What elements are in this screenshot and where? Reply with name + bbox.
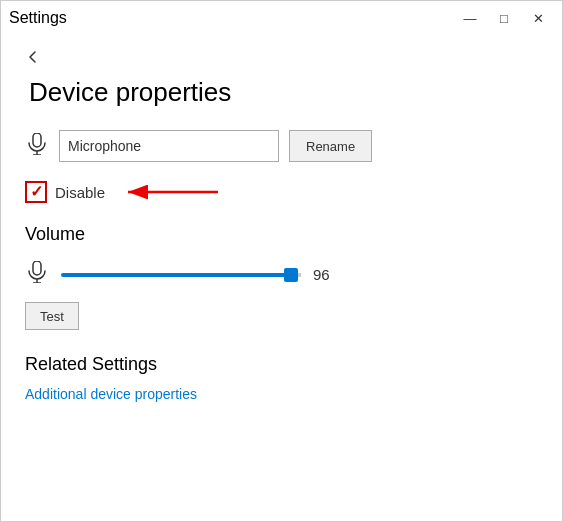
volume-row: 96 [25, 261, 538, 288]
related-settings-title: Related Settings [25, 354, 538, 375]
checkbox-check-icon: ✓ [30, 184, 43, 200]
volume-section: Volume 96 Test [25, 224, 538, 354]
additional-device-properties-link[interactable]: Additional device properties [25, 386, 197, 402]
page-title: Device properties [29, 77, 538, 108]
svg-rect-5 [33, 261, 41, 275]
back-icon [25, 49, 41, 65]
content-area: Device properties Rename ✓ Disable [1, 33, 562, 521]
volume-value: 96 [313, 266, 341, 283]
rename-button[interactable]: Rename [289, 130, 372, 162]
disable-checkbox[interactable]: ✓ [25, 181, 47, 203]
name-row: Rename [25, 130, 538, 162]
microphone-icon [25, 133, 49, 160]
title-bar-controls: — □ ✕ [454, 5, 554, 31]
disable-row: ✓ Disable [25, 180, 538, 204]
title-bar-left: Settings [9, 9, 67, 27]
related-settings-section: Related Settings Additional device prope… [25, 354, 538, 403]
volume-title: Volume [25, 224, 538, 245]
title-bar-title: Settings [9, 9, 67, 27]
back-button[interactable] [25, 45, 41, 69]
test-button[interactable]: Test [25, 302, 79, 330]
svg-rect-0 [33, 133, 41, 147]
device-name-input[interactable] [59, 130, 279, 162]
volume-slider[interactable] [61, 265, 301, 285]
disable-label: Disable [55, 184, 105, 201]
close-button[interactable]: ✕ [522, 5, 554, 31]
arrow-icon [123, 180, 223, 204]
minimize-button[interactable]: — [454, 5, 486, 31]
maximize-button[interactable]: □ [488, 5, 520, 31]
settings-window: Settings — □ ✕ Device properties [0, 0, 563, 522]
title-bar: Settings — □ ✕ [1, 1, 562, 33]
volume-mic-icon [25, 261, 49, 288]
